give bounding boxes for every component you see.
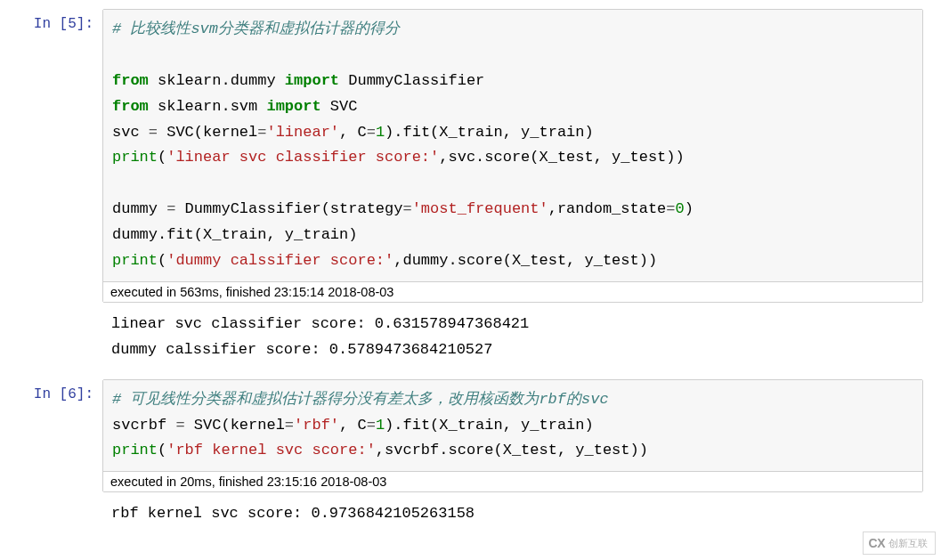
number: 1 [376, 417, 385, 434]
cell-output: rbf kernel svc score: 0.9736842105263158 [102, 492, 923, 531]
string: 'rbf' [294, 417, 339, 434]
operator-eq: = [666, 200, 675, 217]
paren: ( [158, 442, 166, 459]
paren-close: ) [685, 200, 694, 217]
arg: , C [339, 417, 367, 434]
string: 'rbf kernel svc score:' [166, 442, 376, 459]
class-name: SVC [321, 98, 358, 115]
arg: ,random_state [548, 200, 667, 217]
operator-eq: = [367, 417, 376, 434]
string: 'linear' [266, 124, 339, 141]
operator-eq: = [257, 124, 266, 141]
notebook-cell: In [6]: # 可见线性分类器和虚拟估计器得分没有差太多，改用核函数为rbf… [9, 379, 923, 532]
call: SVC(kernel [158, 124, 257, 141]
keyword-from: from [112, 98, 149, 115]
operator-eq: = [285, 417, 294, 434]
code-editor[interactable]: # 比较线性svm分类器和虚拟估计器的得分 from sklearn.dummy… [103, 10, 922, 281]
builtin-print: print [112, 252, 158, 269]
code-input-area[interactable]: # 比较线性svm分类器和虚拟估计器的得分 from sklearn.dummy… [102, 9, 923, 303]
operator-eq: = [166, 200, 175, 217]
watermark-logo: CX [869, 536, 885, 550]
operator-eq: = [149, 124, 158, 141]
paren: ( [158, 252, 166, 269]
call: DummyClassifier(strategy [175, 200, 402, 217]
execution-info: executed in 563ms, finished 23:15:14 201… [103, 281, 922, 302]
watermark: CX 创新互联 [863, 532, 936, 552]
operator-eq: = [402, 200, 411, 217]
comment: # 可见线性分类器和虚拟估计器得分没有差太多，改用核函数为rbf的svc [112, 391, 609, 408]
variable: svc [112, 124, 149, 141]
code-editor[interactable]: # 可见线性分类器和虚拟估计器得分没有差太多，改用核函数为rbf的svc svc… [103, 380, 922, 472]
keyword-import: import [266, 98, 320, 115]
string: 'most_frequent' [412, 200, 548, 217]
input-prompt: In [5]: [9, 9, 102, 32]
string: 'dummy calssifier score:' [166, 252, 393, 269]
input-prompt: In [6]: [9, 379, 102, 402]
code-input-area[interactable]: # 可见线性分类器和虚拟估计器得分没有差太多，改用核函数为rbf的svc svc… [102, 379, 923, 493]
variable: svcrbf [112, 417, 175, 434]
args: ,dummy.score(X_test, y_test)) [393, 252, 657, 269]
operator-eq: = [367, 124, 376, 141]
cell-output: linear svc classifier score: 0.631578947… [102, 303, 923, 367]
call-tail: ).fit(X_train, y_train) [385, 417, 594, 434]
keyword-import: import [285, 72, 339, 89]
operator-eq: = [175, 417, 184, 434]
arg: , C [339, 124, 367, 141]
builtin-print: print [112, 149, 158, 166]
cell-body: # 比较线性svm分类器和虚拟估计器的得分 from sklearn.dummy… [102, 9, 923, 367]
builtin-print: print [112, 442, 158, 459]
args: ,svcrbf.score(X_test, y_test)) [376, 442, 648, 459]
module-name: sklearn.dummy [149, 72, 285, 89]
keyword-from: from [112, 72, 149, 89]
string: 'linear svc classifier score:' [166, 149, 439, 166]
watermark-text: 创新互联 [888, 537, 928, 550]
call: dummy.fit(X_train, y_train) [112, 226, 357, 243]
variable: dummy [112, 200, 166, 217]
execution-info: executed in 20ms, finished 23:15:16 2018… [103, 471, 922, 491]
cell-body: # 可见线性分类器和虚拟估计器得分没有差太多，改用核函数为rbf的svc svc… [102, 379, 923, 532]
call: SVC(kernel [185, 417, 285, 434]
class-name: DummyClassifier [339, 72, 484, 89]
number: 1 [376, 124, 385, 141]
number: 0 [676, 200, 685, 217]
comment: # 比较线性svm分类器和虚拟估计器的得分 [112, 20, 400, 37]
module-name: sklearn.svm [149, 98, 267, 115]
notebook-cell: In [5]: # 比较线性svm分类器和虚拟估计器的得分 from sklea… [9, 9, 923, 367]
args: ,svc.score(X_test, y_test)) [439, 149, 684, 166]
paren: ( [158, 149, 166, 166]
call-tail: ).fit(X_train, y_train) [385, 124, 594, 141]
